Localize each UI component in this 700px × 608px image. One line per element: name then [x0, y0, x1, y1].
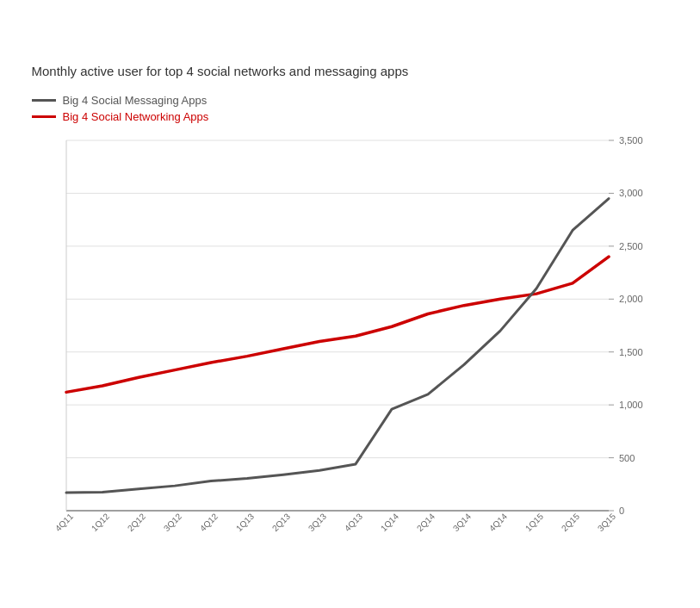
svg-text:4Q11: 4Q11: [53, 511, 74, 532]
svg-text:4Q14: 4Q14: [486, 511, 508, 532]
legend-label-messaging: Big 4 Social Messaging Apps: [63, 94, 208, 107]
svg-text:1,500: 1,500: [619, 346, 643, 357]
legend-line-messaging: [32, 99, 56, 102]
svg-text:3Q15: 3Q15: [595, 511, 616, 532]
svg-text:1,000: 1,000: [619, 400, 643, 410]
svg-text:3Q12: 3Q12: [161, 511, 183, 532]
svg-text:1Q15: 1Q15: [523, 511, 544, 532]
svg-text:3,000: 3,000: [619, 188, 643, 198]
svg-text:4Q12: 4Q12: [197, 511, 219, 532]
svg-text:3Q13: 3Q13: [306, 511, 327, 532]
svg-text:1Q12: 1Q12: [89, 511, 110, 532]
svg-text:3Q14: 3Q14: [450, 511, 472, 532]
svg-text:2Q13: 2Q13: [269, 511, 291, 532]
svg-text:4Q13: 4Q13: [342, 511, 363, 532]
legend-item-networking: Big 4 Social Networking Apps: [32, 110, 669, 123]
svg-text:1Q14: 1Q14: [378, 511, 400, 532]
legend-line-networking: [32, 115, 56, 118]
svg-text:2Q15: 2Q15: [559, 511, 580, 532]
legend: Big 4 Social Messaging Apps Big 4 Social…: [32, 94, 669, 123]
svg-text:2Q14: 2Q14: [414, 511, 436, 532]
svg-text:2,500: 2,500: [619, 240, 643, 251]
svg-text:2Q12: 2Q12: [125, 511, 146, 532]
svg-text:2,000: 2,000: [619, 294, 643, 304]
svg-text:1Q13: 1Q13: [233, 511, 255, 532]
chart-svg: 05001,0001,5002,0002,5003,0003,5004Q111Q…: [32, 132, 669, 554]
legend-item-messaging: Big 4 Social Messaging Apps: [32, 94, 669, 107]
legend-label-networking: Big 4 Social Networking Apps: [63, 110, 209, 123]
svg-text:3,500: 3,500: [619, 135, 643, 146]
svg-text:0: 0: [619, 506, 624, 516]
chart-container: Monthly active user for top 4 social net…: [15, 38, 686, 571]
svg-text:500: 500: [619, 452, 635, 462]
chart-area: 05001,0001,5002,0002,5003,0003,5004Q111Q…: [32, 132, 669, 554]
chart-title: Monthly active user for top 4 social net…: [32, 64, 669, 78]
